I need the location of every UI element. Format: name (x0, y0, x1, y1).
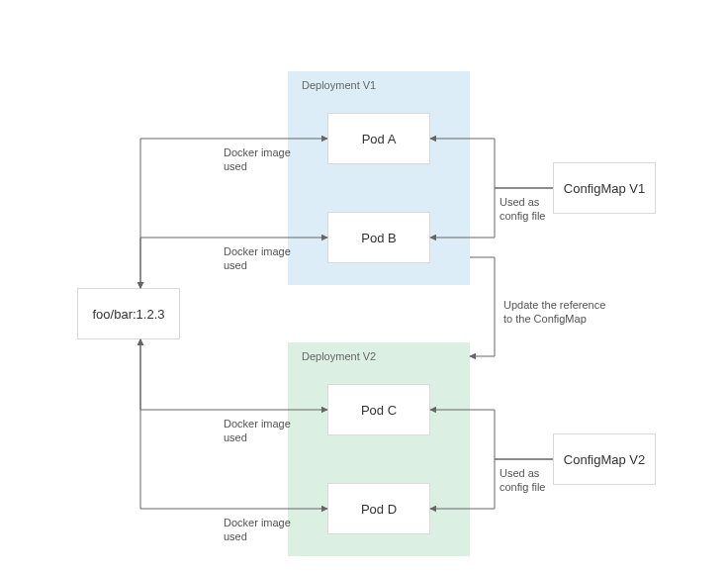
pod-a-label: Pod A (362, 132, 397, 146)
pod-a-box: Pod A (327, 113, 430, 164)
diagram-canvas: Deployment V1 Deployment V2 foo/bar:1.2.… (0, 0, 728, 574)
pod-d-label: Pod D (361, 502, 397, 517)
docker-image-box: foo/bar:1.2.3 (77, 288, 180, 339)
edge-label-update-ref: Update the referenceto the ConfigMap (503, 299, 605, 327)
docker-image-label: foo/bar:1.2.3 (93, 307, 165, 322)
edge-label-docker-d: Docker imageused (224, 517, 291, 544)
edge-label-docker-b: Docker imageused (224, 245, 291, 273)
configmap-v1-box: ConfigMap V1 (553, 162, 656, 214)
pod-c-box: Pod C (327, 384, 430, 435)
pod-b-box: Pod B (327, 212, 430, 263)
edge-label-docker-c: Docker imageused (224, 418, 291, 445)
edge-label-config-v2: Used asconfig file (500, 467, 545, 495)
configmap-v1-label: ConfigMap V1 (564, 181, 645, 196)
edge-label-docker-a: Docker imageused (224, 146, 291, 174)
edge-label-config-v1: Used asconfig file (500, 196, 545, 224)
configmap-v2-label: ConfigMap V2 (564, 452, 645, 467)
pod-b-label: Pod B (361, 231, 396, 245)
configmap-v2-box: ConfigMap V2 (553, 433, 656, 485)
pod-d-box: Pod D (327, 483, 430, 534)
deployment-v1-title: Deployment V1 (302, 79, 376, 91)
deployment-v2-title: Deployment V2 (302, 350, 376, 362)
pod-c-label: Pod C (361, 403, 397, 418)
